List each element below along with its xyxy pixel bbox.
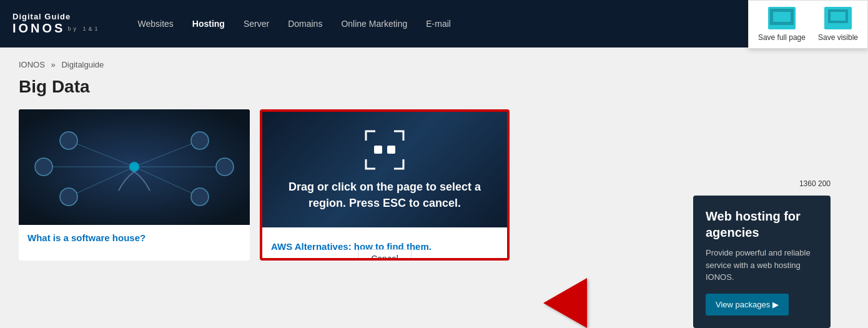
card-software-house: What is a software house? (19, 109, 250, 261)
svg-rect-20 (374, 146, 382, 154)
card-software-label[interactable]: What is a software house? (19, 225, 250, 251)
header: Digital Guide IONOS by 1&1 Websites Host… (0, 0, 868, 47)
svg-point-15 (191, 132, 209, 149)
logo-ionos: IONOS by 1&1 (12, 21, 100, 36)
svg-point-14 (60, 132, 77, 149)
main-content: IONOS » Digitalguide Big Data (0, 47, 868, 328)
nav-websites[interactable]: Websites (137, 19, 173, 29)
ad-title: Web hosting for agencies (706, 208, 818, 241)
svg-rect-21 (387, 146, 395, 154)
arrow-shape (543, 278, 587, 328)
main-nav: Websites Hosting Server Domains Online M… (137, 19, 766, 29)
breadcrumb-ionos[interactable]: IONOS (19, 60, 45, 69)
cards-row: What is a software house? (19, 109, 849, 261)
save-toolbar: Save full page Save visible (748, 0, 868, 49)
nav-domains[interactable]: Domains (288, 19, 322, 29)
svg-rect-5 (831, 12, 846, 21)
coordinates-display: 1360 200 (693, 178, 831, 189)
svg-point-18 (35, 158, 52, 176)
network-svg (19, 109, 250, 225)
logo-by: by 1&1 (67, 26, 100, 32)
face-icon-container (363, 128, 407, 172)
logo-area: Digital Guide IONOS by 1&1 (12, 12, 100, 36)
card-aws-wrapper: Drag or click on the page to select a re… (260, 109, 510, 261)
svg-point-19 (216, 158, 234, 176)
svg-point-16 (60, 188, 77, 206)
cancel-button[interactable]: Cancel (358, 249, 412, 261)
view-packages-button[interactable]: View packages ▶ (706, 294, 789, 316)
save-full-page-button[interactable]: Save full page (758, 7, 806, 42)
svg-point-13 (129, 162, 139, 172)
nav-server[interactable]: Server (244, 19, 269, 29)
logo-title: Digital Guide (12, 12, 100, 21)
breadcrumb-sep: » (51, 60, 58, 69)
nav-hosting[interactable]: Hosting (192, 19, 225, 29)
svg-point-17 (191, 188, 209, 206)
save-visible-label: Save visible (818, 33, 858, 42)
svg-rect-2 (773, 12, 791, 22)
drag-instruction-text: Drag or click on the page to select a re… (262, 179, 507, 211)
network-background (19, 109, 250, 225)
red-arrow (543, 278, 587, 328)
save-full-page-icon (768, 7, 796, 29)
save-visible-button[interactable]: Save visible (818, 7, 858, 42)
nav-online-marketing[interactable]: Online Marketing (341, 19, 407, 29)
breadcrumb-digitalguide[interactable]: Digitalguide (61, 60, 104, 69)
nav-email[interactable]: E-mail (426, 19, 451, 29)
page-title: Big Data (19, 77, 849, 97)
card-aws-image: Drag or click on the page to select a re… (262, 112, 507, 227)
ad-description: Provide powerful and reliable service wi… (706, 247, 818, 284)
face-brackets-svg (363, 128, 407, 172)
breadcrumb: IONOS » Digitalguide (19, 60, 849, 69)
card-aws-overlay: Drag or click on the page to select a re… (260, 109, 510, 261)
sidebar: 1360 200 Web hosting for agencies Provid… (693, 178, 831, 328)
card-image-software (19, 109, 250, 225)
card-aws-bottom: AWS Alternatives: how to find them. Canc… (262, 227, 507, 258)
save-visible-icon (824, 7, 852, 29)
ad-card: Web hosting for agencies Provide powerfu… (693, 196, 831, 328)
save-full-label: Save full page (758, 33, 806, 42)
